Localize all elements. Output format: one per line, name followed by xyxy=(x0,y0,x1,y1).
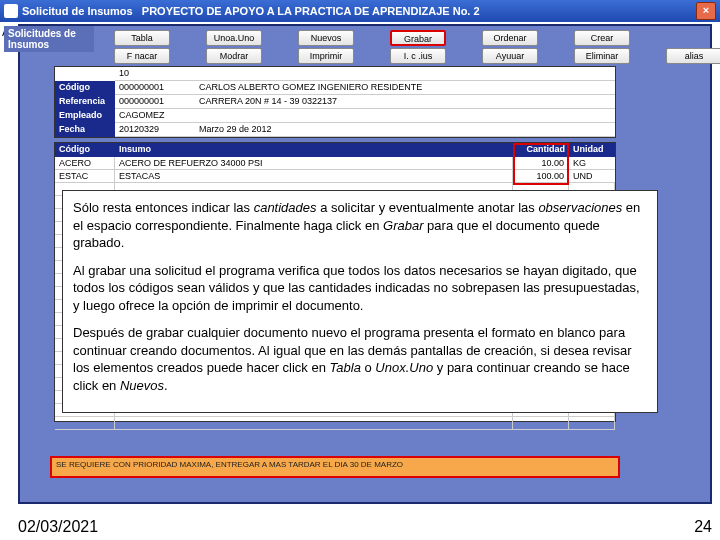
observaciones-area: SE REQUIERE CON PRIORIDAD MAXIMA, ENTREG… xyxy=(50,456,620,484)
unoauno-button[interactable]: Unoa.Uno xyxy=(206,30,262,46)
slide-footer: 02/03/2021 24 xyxy=(18,518,712,536)
crear-button[interactable]: Crear xyxy=(574,30,630,46)
header-info: 10 Código000000001CARLOS ALBERTO GOMEZ I… xyxy=(54,66,616,138)
tabla-button[interactable]: Tabla xyxy=(114,30,170,46)
form-title: Solicitudes de Insumos xyxy=(4,26,94,52)
codigo-field[interactable]: 000000001 xyxy=(115,81,195,95)
empleado-name: CARLOS ALBERTO GOMEZ INGENIERO RESIDENTE xyxy=(195,81,615,95)
referencia-label: Referencia xyxy=(55,95,115,109)
window-titlebar: Solicitud de Insumos PROYECTO DE APOYO A… xyxy=(0,0,720,22)
fecha-label: Fecha xyxy=(55,123,115,137)
empleado-field[interactable]: CAGOMEZ xyxy=(115,109,195,123)
col-insumo: Insumo xyxy=(115,143,513,157)
col-unidad: Unidad xyxy=(569,143,615,157)
imprimir-button[interactable]: Imprimir xyxy=(298,48,354,64)
fecha-field[interactable]: 20120329 xyxy=(115,123,195,137)
instruction-callout: Sólo resta entonces indicar las cantidad… xyxy=(62,190,658,413)
toolbar: Tabla F nacar Unoa.Uno Modrar Nuevos Imp… xyxy=(114,30,706,64)
footer-page: 24 xyxy=(694,518,712,536)
referencia-field[interactable]: 000000001 xyxy=(115,95,195,109)
col-codigo: Código xyxy=(55,143,115,157)
footer-date: 02/03/2021 xyxy=(18,518,98,536)
observaciones-field[interactable]: SE REQUIERE CON PRIORIDAD MAXIMA, ENTREG… xyxy=(50,456,620,478)
grabar-button[interactable]: Grabar xyxy=(390,30,446,46)
table-row[interactable]: ESTAC ESTACAS 100.00 UND xyxy=(55,170,615,183)
app-icon xyxy=(4,4,18,18)
ayudar-button[interactable]: Ayuuar xyxy=(482,48,538,64)
nuevos-button[interactable]: Nuevos xyxy=(298,30,354,46)
empleado-label: Empleado xyxy=(55,109,115,123)
eliminar-button[interactable]: Eliminar xyxy=(574,48,630,64)
codigo-label: Código xyxy=(55,81,115,95)
col-cantidad: Cantidad xyxy=(513,143,569,157)
modrar-button[interactable]: Modrar xyxy=(206,48,262,64)
close-icon[interactable]: × xyxy=(696,2,716,20)
window-title: Solicitud de Insumos PROYECTO DE APOYO A… xyxy=(22,5,696,17)
alias-button[interactable]: alias xyxy=(666,48,720,64)
grid-header: Código Insumo Cantidad Unidad xyxy=(55,143,615,157)
ordenar-button[interactable]: Ordenar xyxy=(482,30,538,46)
table-row[interactable]: ACERO ACERO DE REFUERZO 34000 PSI 10.00 … xyxy=(55,157,615,170)
empleado-address: CARRERA 20N # 14 - 39 0322137 xyxy=(195,95,615,109)
fecha-text: Marzo 29 de 2012 xyxy=(195,123,615,137)
icius-button[interactable]: I. c .ius xyxy=(390,48,446,64)
fnacar-button[interactable]: F nacar xyxy=(114,48,170,64)
doc-number: 10 xyxy=(115,67,615,81)
